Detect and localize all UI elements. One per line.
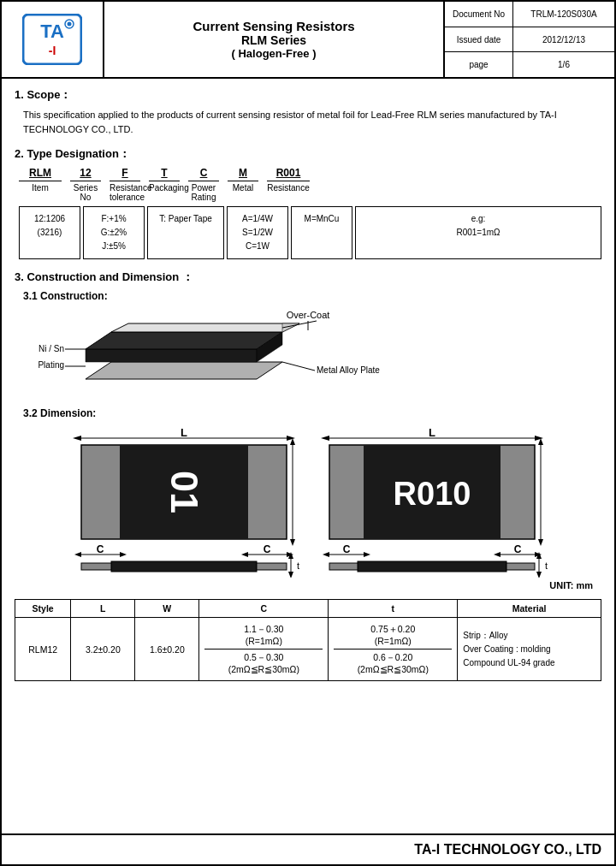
svg-marker-8	[86, 349, 257, 362]
issued-value: 2012/12/13	[513, 27, 614, 52]
label-res-val: Resistance	[267, 183, 310, 202]
example-series: 12:1206(3216)	[19, 206, 80, 259]
code-12: 12	[70, 167, 101, 181]
page-row: page 1/6	[445, 52, 614, 77]
svg-text:Metal Alloy Plate: Metal Alloy Plate	[317, 365, 380, 375]
main-content: 1. Scope： This specification applied to …	[2, 79, 614, 833]
svg-text:Plating: Plating	[38, 360, 64, 370]
svg-rect-65	[358, 561, 506, 572]
table-header-row: Style L W C t Material	[15, 600, 601, 618]
dim-svg-2: L R010 W	[317, 428, 548, 578]
construction-section: 3. Construction and Dimension ： 3.1 Cons…	[15, 270, 601, 681]
code-f: F	[110, 167, 140, 181]
th-t: t	[329, 600, 458, 618]
type-label-row: Item Series No Resistance tolerance Pack…	[19, 183, 601, 202]
svg-rect-41	[257, 563, 287, 570]
svg-marker-62	[494, 552, 500, 557]
svg-marker-11	[111, 323, 299, 332]
code-rlm: RLM	[19, 167, 62, 181]
td-w: 1.6±0.20	[135, 618, 199, 681]
company-name: TA-I TECHNOLOGY CO., LTD	[414, 842, 601, 857]
page-label: page	[445, 52, 513, 77]
header: TA -I Current Sensing Resistors RLM Seri…	[2, 2, 614, 79]
td-c1: 1.1－0.30(R=1mΩ)	[204, 621, 323, 650]
spec-table: Style L W C t Material RLM12 3.2±0.20 1.…	[15, 599, 601, 681]
table-row: RLM12 3.2±0.20 1.6±0.20 1.1－0.30(R=1mΩ) …	[15, 618, 601, 681]
svg-text:C: C	[514, 543, 522, 555]
label-resistance: Resistance tolerance	[110, 183, 140, 202]
page: TA -I Current Sensing Resistors RLM Seri…	[0, 0, 616, 866]
th-w: W	[135, 600, 199, 618]
type-code-row: RLM 12 F T C M R001	[19, 167, 601, 181]
th-l: L	[71, 600, 135, 618]
svg-text:-I: -I	[49, 44, 56, 57]
label-item: Item	[19, 183, 62, 202]
th-c: C	[199, 600, 329, 618]
doc-no-row: Document No TRLM-120S030A	[445, 2, 614, 27]
unit-label: UNIT: mm	[15, 580, 593, 590]
th-material: Material	[458, 600, 601, 618]
footer: TA-I TECHNOLOGY CO., LTD	[2, 833, 614, 864]
svg-text:Over-Coat: Over-Coat	[287, 310, 330, 320]
th-style: Style	[15, 600, 71, 618]
document-title: Current Sensing Resistors RLM Series ( H…	[104, 2, 443, 77]
svg-rect-67	[506, 563, 535, 570]
doc-info: Document No TRLM-120S030A Issued date 20…	[443, 2, 614, 77]
svg-text:01: 01	[163, 471, 206, 513]
title-line1: Current Sensing Resistors	[192, 19, 354, 33]
td-c: 1.1－0.30(R=1mΩ) 0.5－0.30(2mΩ≦R≦30mΩ)	[199, 618, 329, 681]
example-tolerance: F:+1%G:±2%J:±5%	[83, 206, 145, 259]
dim-diagram-1: L 01 W	[68, 428, 299, 580]
svg-marker-58	[323, 552, 329, 557]
dimension-diagrams: L 01 W	[15, 428, 601, 580]
td-c2: 0.5－0.30(2mΩ≦R≦30mΩ)	[204, 650, 323, 677]
td-t1: 0.75＋0.20(R=1mΩ)	[334, 621, 452, 650]
sub-dimension: 3.2 Dimension:	[23, 407, 601, 419]
construction-title: 3. Construction and Dimension ：	[15, 270, 601, 285]
svg-marker-44	[288, 572, 293, 578]
svg-marker-59	[364, 552, 370, 557]
svg-text:TA: TA	[40, 21, 64, 42]
svg-marker-33	[120, 552, 127, 557]
type-section: 2. Type Designation： RLM 12 F T C M R001	[15, 146, 601, 259]
dim-diagram-2: L R010 W	[317, 428, 548, 580]
td-t: 0.75＋0.20(R=1mΩ) 0.6－0.20(2mΩ≦R≦30mΩ)	[329, 618, 458, 681]
svg-marker-29	[290, 539, 295, 546]
svg-text:L: L	[181, 428, 187, 439]
svg-marker-32	[74, 552, 81, 557]
example-resistance: e.g:R001=1mΩ	[355, 206, 601, 259]
svg-text:C: C	[97, 543, 104, 555]
type-title: 2. Type Designation：	[15, 146, 601, 162]
issued-row: Issued date 2012/12/13	[445, 27, 614, 53]
code-r001: R001	[267, 167, 310, 181]
svg-rect-39	[111, 561, 257, 572]
td-t2: 0.6－0.20(2mΩ≦R≦30mΩ)	[334, 650, 452, 677]
label-power: Power Rating	[188, 183, 219, 202]
svg-marker-36	[241, 552, 248, 557]
svg-rect-40	[81, 563, 111, 570]
svg-marker-70	[536, 572, 542, 578]
svg-marker-47	[321, 436, 329, 441]
svg-text:C: C	[343, 543, 351, 555]
title-line2: RLM Series	[241, 33, 306, 47]
type-example-row: 12:1206(3216) F:+1%G:±2%J:±5% T: Paper T…	[19, 206, 601, 259]
code-m: M	[228, 167, 258, 181]
dim-svg-1: L 01 W	[68, 428, 299, 578]
svg-text:Ni / Sn: Ni / Sn	[38, 344, 64, 353]
td-l: 3.2±0.20	[71, 618, 135, 681]
title-line3: ( Halogen-Free )	[232, 47, 317, 60]
svg-marker-21	[73, 436, 81, 441]
svg-text:L: L	[429, 428, 435, 439]
example-metal: M=MnCu	[291, 206, 352, 259]
svg-point-4	[68, 22, 72, 27]
page-value: 1/6	[513, 52, 614, 77]
scope-section: 1. Scope： This specification applied to …	[15, 87, 601, 136]
construction-diagram: Over-Coat Ni / Sn	[15, 306, 601, 400]
company-logo: TA -I	[22, 14, 82, 65]
svg-text:R010: R010	[394, 476, 471, 512]
svg-marker-48	[535, 436, 543, 441]
svg-marker-22	[287, 436, 295, 441]
svg-rect-66	[329, 563, 358, 570]
svg-marker-9	[86, 332, 282, 349]
svg-text:t: t	[545, 561, 548, 571]
